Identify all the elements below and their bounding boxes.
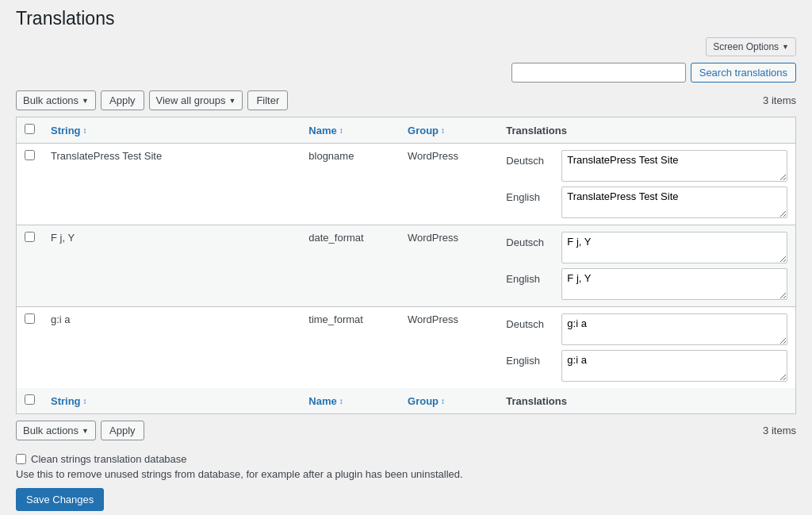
language-label: English [506,186,553,203]
chevron-down-icon: ▼ [82,427,89,435]
apply-button-top[interactable]: Apply [101,90,144,110]
group-cell: WordPress [400,144,498,225]
language-label: Deutsch [506,150,553,167]
sort-icon: ↕ [83,126,87,135]
language-label: English [506,350,553,367]
group-column-header[interactable]: Group ↕ [400,117,498,144]
clean-db-label[interactable]: Clean strings translation database [31,453,187,465]
table-row: TranslatePress Test SiteblognameWordPres… [17,144,796,225]
name-cell: blogname [301,144,400,225]
string-cell: g:i a [43,307,301,389]
translation-row: Deutsch [506,150,787,182]
select-all-header[interactable] [17,117,44,144]
string-cell: TranslatePress Test Site [43,144,301,225]
save-changes-button[interactable]: Save Changes [16,488,104,511]
string-cell: F j, Y [43,225,301,307]
sort-icon: ↕ [441,397,445,405]
language-label: Deutsch [506,313,553,330]
translation-row: English [506,186,787,218]
language-label: English [506,268,553,285]
clean-db-description: Use this to remove unused strings from d… [16,468,796,480]
group-cell: WordPress [400,307,498,389]
chevron-down-icon: ▼ [782,43,789,51]
row-checkbox[interactable] [25,232,35,242]
view-all-groups-dropdown[interactable]: View all groups ▼ [149,90,243,110]
clean-db-section: Clean strings translation database Use t… [16,453,796,480]
translation-row: English [506,268,787,300]
filter-button[interactable]: Filter [247,90,288,110]
translation-row: English [506,350,787,382]
translation-textarea[interactable] [561,186,787,218]
clean-db-checkbox[interactable] [16,454,26,464]
translations-cell: DeutschEnglish [498,144,795,225]
translations-table: String ↕ Name ↕ Group ↕ Translations [16,117,796,414]
string-column-footer[interactable]: String ↕ [43,388,301,414]
top-actions-bar: Bulk actions ▼ Apply View all groups ▼ F… [16,90,796,110]
bulk-actions-dropdown-bottom[interactable]: Bulk actions ▼ [16,421,96,440]
items-count-top: 3 items [763,94,796,106]
sort-icon: ↕ [339,397,343,405]
row-checkbox[interactable] [25,313,35,324]
name-cell: date_format [301,225,400,307]
search-translations-button[interactable]: Search translations [691,63,796,83]
bottom-actions-bar: Bulk actions ▼ Apply 3 items [16,421,796,440]
translations-column-footer: Translations [498,388,795,414]
group-column-footer[interactable]: Group ↕ [400,388,498,414]
items-count-bottom: 3 items [763,425,796,436]
translation-textarea[interactable] [561,268,787,300]
sort-icon: ↕ [83,397,87,405]
select-all-checkbox[interactable] [25,124,35,134]
chevron-down-icon: ▼ [228,97,236,105]
translation-row: Deutsch [506,313,787,345]
row-checkbox[interactable] [25,150,35,160]
group-cell: WordPress [400,225,498,307]
bulk-actions-dropdown-top[interactable]: Bulk actions ▼ [16,90,96,110]
translations-cell: DeutschEnglish [498,307,795,389]
translations-column-header: Translations [498,117,795,144]
page-title: Translations [16,8,796,29]
name-column-footer[interactable]: Name ↕ [301,388,400,414]
table-row: g:i atime_formatWordPressDeutschEnglish [17,307,796,389]
sort-icon: ↕ [441,126,445,135]
apply-button-bottom[interactable]: Apply [101,421,144,440]
string-column-header[interactable]: String ↕ [43,117,301,144]
sort-icon: ↕ [339,126,343,135]
language-label: Deutsch [506,232,553,248]
translation-textarea[interactable] [561,313,787,345]
translation-textarea[interactable] [561,350,787,382]
name-column-header[interactable]: Name ↕ [301,117,400,144]
table-row: F j, Ydate_formatWordPressDeutschEnglish [17,225,796,307]
screen-options-button[interactable]: Screen Options ▼ [706,37,796,56]
translations-cell: DeutschEnglish [498,225,795,307]
name-cell: time_format [301,307,400,389]
search-input[interactable] [511,63,686,83]
select-all-footer[interactable] [17,388,44,414]
chevron-down-icon: ▼ [82,97,89,105]
translation-row: Deutsch [506,232,787,263]
screen-options-label: Screen Options [713,41,779,52]
translation-textarea[interactable] [561,150,787,182]
select-all-footer-checkbox[interactable] [25,394,35,405]
translation-textarea[interactable] [561,232,787,263]
